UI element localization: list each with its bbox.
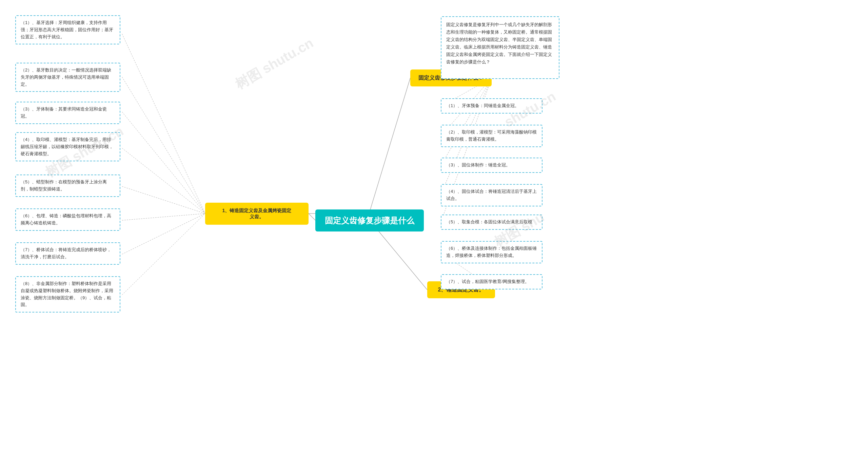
svg-line-11 [122,214,205,295]
central-node: 固定义齿修复步骤是什么 [315,209,424,231]
left-node-7: （7）、桥体试合：将铸造完成后的桥体喷砂，清洗干净，打磨后试合。 [15,242,120,265]
right-node-6: （6）、桥体及连接体制作：包括金属殆面板锤造，焊接桥体，桥体塑料部分形成。 [441,241,542,263]
left-node-2: （2）、基牙数目的决定：一般情况选择双端缺失牙的两侧牙做基牙，特殊情况可选用单端… [15,63,120,92]
right-node-3: （3）、固位体制作：锤造全冠。 [441,158,542,173]
left-node-4: （4）、取印模、灌模型：基牙制备完后，用排龈线压缩牙龈，以硅橡胶印模材料取牙列印… [15,132,120,161]
left-node-6: （6）、包埋、铸造：磷酸盐包埋材料包埋，高频离心铸造机铸造。 [15,208,120,231]
svg-line-6 [122,112,205,214]
svg-line-2 [370,78,410,212]
l1-node-casting: 1、铸造固定义齿及金属烤瓷固定 义齿。 [205,203,309,225]
svg-line-4 [122,34,205,214]
right-node-4: （4）、固位体试合：将锤造冠清洁后于基牙上试合。 [441,184,542,206]
svg-line-9 [122,214,205,220]
svg-line-7 [122,148,205,214]
mind-map-container: 固定义齿修复步骤是什么 1、铸造固定义齿及金属烤瓷固定 义齿。 2、锤造固定义齿… [0,0,868,464]
left-node-8: （8）、非金属部分制作：塑料桥体制作是采用自凝或热凝塑料制做桥体。烧附烤瓷制作，… [15,276,120,312]
watermark-2: 树图 shutu.cn [232,34,317,94]
left-node-3: （3）、牙体制备：其要求同铸造全冠和金瓷冠。 [15,102,120,124]
left-node-1: （1）、基牙选择：牙周组织健康，支持作用强；牙冠形态高大牙根稳固，固位作用好；基… [15,15,120,44]
svg-line-5 [122,77,205,214]
svg-line-0 [309,214,315,220]
right-node-1: （1）、牙体预备：同锤造金属全冠。 [441,98,542,114]
svg-line-15 [441,78,492,166]
right-node-7: （7）、试合，粘固医学教育/网搜集整理。 [441,274,542,289]
right-node-2: （2）、取印模，灌模型：可采用海藻酸钠印模膏取印模，普通石膏灌模。 [441,125,542,147]
right-node-5: （5）、取集合模：各固位体试合满意后取模 [441,215,542,230]
svg-line-10 [122,214,205,254]
svg-line-8 [122,186,205,214]
description-box: 固定义齿修复是修复牙列中一个或几个缺失牙的解剖形态和生理功能的一种修复体，又称固… [441,16,559,79]
left-node-5: （5）、蜡型制作：在模型的预备牙上涂分离剂，制蜡型安插铸道。 [15,175,120,197]
